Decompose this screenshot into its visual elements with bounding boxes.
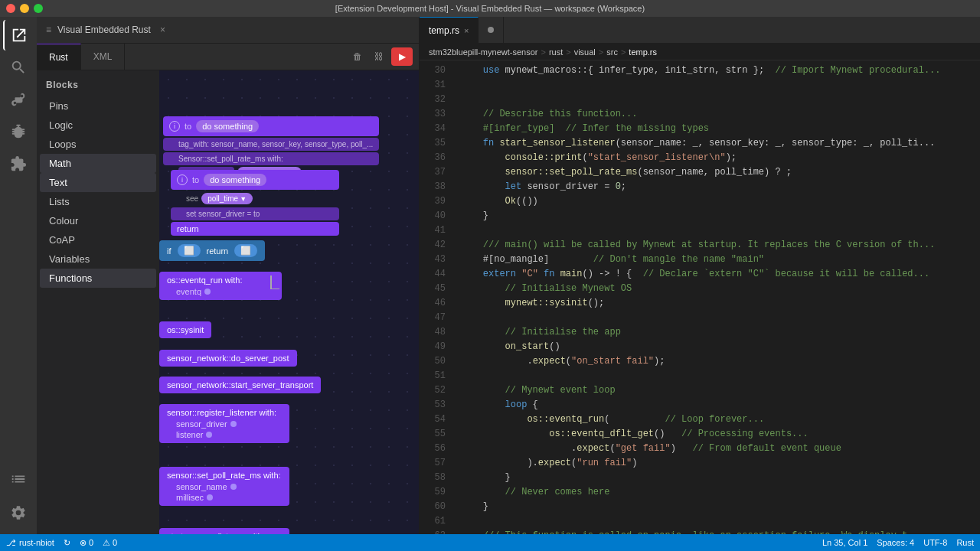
blocks-sidebar: Blocks Pins Logic Loops Math Text Lists … <box>37 70 159 534</box>
editor-tabs: temp.rs × <box>420 17 980 44</box>
delete-action-btn[interactable]: 🗑 <box>348 47 367 66</box>
line-numbers: 3031323334353637383940414243444546474849… <box>420 60 452 534</box>
sidebar-item-text[interactable]: Text <box>40 173 156 192</box>
status-warnings[interactable]: ⚠ 0 <box>103 538 117 548</box>
code-lines: use mynewt_macros::{ infer_type, init_st… <box>452 60 980 534</box>
search-icon[interactable] <box>3 52 34 83</box>
tab-xml[interactable]: XML <box>81 44 126 70</box>
sidebar-item-lists[interactable]: Lists <box>40 192 156 211</box>
sidebar-item-coap[interactable]: CoAP <box>40 230 156 249</box>
list-icon[interactable] <box>3 464 34 494</box>
editor-area: temp.rs × stm32bluepill-mynewt-sensor > … <box>420 17 980 534</box>
extension-title: Visual Embedded Rust <box>57 24 151 35</box>
block-start-server-transport[interactable]: sensor_network::start_server_transport <box>159 377 321 393</box>
sidebar-item-math[interactable]: Math <box>40 154 156 173</box>
link-action-btn[interactable]: ⛓ <box>370 47 388 66</box>
close-tab-btn[interactable]: × <box>464 26 469 35</box>
block-to-do-something-2[interactable]: i to do something see poll_time ▼ set se… <box>171 170 339 236</box>
block-if-return[interactable]: if ⬜ return ⬜ <box>159 240 265 261</box>
minimize-traffic-light[interactable] <box>20 4 29 13</box>
sidebar-item-pins[interactable]: Pins <box>40 96 156 116</box>
sidebar-item-loops[interactable]: Loops <box>40 135 156 154</box>
status-sync[interactable]: ↻ <box>64 538 70 548</box>
status-branch[interactable]: ⎇ rust-nbiot <box>6 538 54 548</box>
status-right: Ln 35, Col 1 Spaces: 4 UTF-8 Rust <box>822 538 974 547</box>
maximize-traffic-light[interactable] <box>34 4 43 13</box>
block-start-sensor-listener[interactable]: start_sensor_listener with: sensor_name … <box>159 528 289 534</box>
info-icon-2: i <box>177 174 188 185</box>
explorer-icon[interactable] <box>3 20 34 51</box>
activity-bar-bottom <box>3 464 34 528</box>
window-title: [Extension Development Host] - Visual Em… <box>335 4 645 13</box>
extensions-icon[interactable] <box>3 148 34 179</box>
block-sysinit[interactable]: os::sysinit <box>159 321 211 338</box>
sidebar-header: Blocks <box>37 73 159 96</box>
blocks-panel: Blocks Pins Logic Loops Math Text Lists … <box>37 70 419 534</box>
extension-panel: ≡ Visual Embedded Rust × Rust XML 🗑 ⛓ ▶ <box>37 17 420 534</box>
breadcrumb: stm32bluepill-mynewt-sensor > rust > vis… <box>420 44 980 60</box>
source-control-icon[interactable] <box>3 84 34 115</box>
block-set-poll-rate-ms[interactable]: sensor::set_poll_rate_ms with: sensor_na… <box>159 467 289 506</box>
sidebar-item-functions[interactable]: Functions <box>40 269 156 288</box>
tab-bar: Rust XML 🗑 ⛓ ▶ <box>37 44 419 70</box>
sidebar-item-colour[interactable]: Colour <box>40 211 156 230</box>
block-do-server-post[interactable]: sensor_network::do_server_post <box>159 350 297 367</box>
code-content[interactable]: 3031323334353637383940414243444546474849… <box>420 60 980 534</box>
tab-actions: 🗑 ⛓ ▶ <box>348 44 419 70</box>
app-container: ≡ Visual Embedded Rust × Rust XML 🗑 ⛓ ▶ <box>0 17 980 534</box>
status-errors[interactable]: ⊗ 0 <box>80 538 93 548</box>
block-register-listener[interactable]: sensor::register_listener with: sensor_d… <box>159 404 289 443</box>
tab-rust[interactable]: Rust <box>37 44 81 70</box>
sidebar-item-logic[interactable]: Logic <box>40 116 156 135</box>
editor-tab-temp-rs[interactable]: temp.rs × <box>420 17 479 43</box>
traffic-lights <box>6 4 43 13</box>
extension-header: ≡ Visual Embedded Rust × <box>37 17 419 44</box>
run-btn[interactable]: ▶ <box>391 47 413 66</box>
title-bar: [Extension Development Host] - Visual Em… <box>0 0 980 17</box>
block-eventq-run[interactable]: os::eventq_run with: eventq <box>159 272 282 300</box>
info-icon-1: i <box>169 121 180 132</box>
editor-tab-2[interactable] <box>479 17 504 43</box>
sidebar-item-variables[interactable]: Variables <box>40 249 156 269</box>
block-to-do-something-1[interactable]: i to do something tag_with: sensor_name,… <box>163 116 379 178</box>
debug-icon[interactable] <box>3 116 34 147</box>
activity-bar <box>0 17 37 534</box>
close-traffic-light[interactable] <box>6 4 15 13</box>
status-bar: ⎇ rust-nbiot ↻ ⊗ 0 ⚠ 0 Ln 35, Col 1 Spac… <box>0 534 980 551</box>
extension-close-btn[interactable]: × <box>160 24 165 35</box>
blocks-canvas[interactable]: i to do something tag_with: sensor_name,… <box>159 70 419 534</box>
tab-dot <box>488 27 494 33</box>
settings-icon[interactable] <box>3 497 34 528</box>
